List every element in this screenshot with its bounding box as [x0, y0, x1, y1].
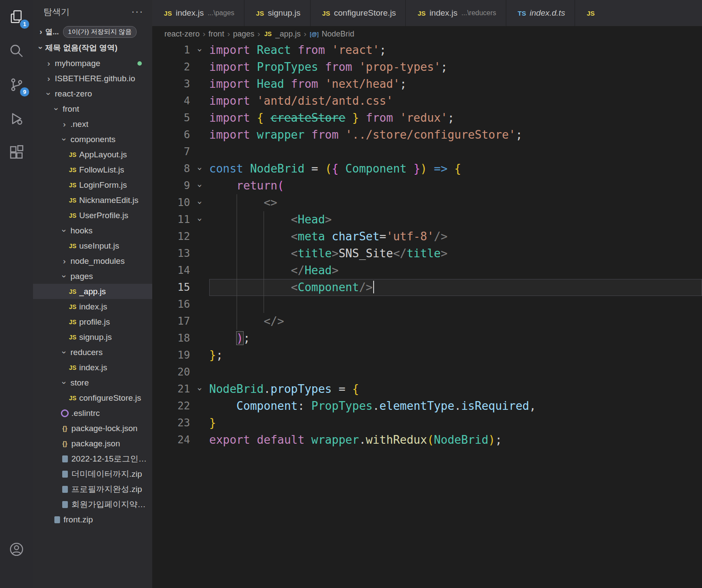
tree-item-myhompage[interactable]: ›myhompage	[33, 56, 152, 71]
token: ;	[495, 433, 502, 446]
fold-chevron-icon[interactable]: ›	[190, 160, 209, 177]
tree-item-LoginForm.js[interactable]: JSLoginForm.js	[33, 177, 152, 193]
indent-guide	[209, 313, 237, 330]
token: <>	[264, 196, 277, 209]
open-editors-section-header[interactable]: › 열... 1이(가) 저장되지 않음	[33, 23, 152, 40]
breadcrumb-item-react-zero[interactable]: react-zero	[163, 30, 201, 39]
tree-item-NicknameEdit.js[interactable]: JSNicknameEdit.js	[33, 193, 152, 208]
code-line-23: 23}	[152, 415, 702, 432]
indent-guide	[209, 228, 237, 245]
activity-item-explorer[interactable]: 1	[0, 0, 33, 34]
tab-configureStore.js[interactable]: JSconfigureStore.js	[311, 0, 406, 26]
tree-item-_app.js[interactable]: JS_app.js	[33, 284, 152, 299]
file-icon	[52, 516, 62, 523]
tree-item-reducers[interactable]: ›reducers	[33, 345, 152, 360]
js-file-icon: JS	[68, 182, 77, 189]
tree-item-node_modules[interactable]: ›node_modules	[33, 253, 152, 269]
fold-gutter	[190, 126, 209, 143]
activity-item-account[interactable]	[0, 532, 33, 566]
line-number: 8	[152, 160, 190, 177]
tab-index.js[interactable]: JSindex.js...\reducers	[406, 0, 506, 26]
activity-item-run-debug[interactable]	[0, 102, 33, 136]
workspace-section-header[interactable]: › 제목 없음(작업 영역)	[33, 40, 152, 56]
tab-index.js[interactable]: JSindex.js...\pages	[152, 0, 244, 26]
more-actions-icon[interactable]: ···	[131, 6, 144, 17]
fold-gutter	[190, 330, 209, 347]
line-number: 10	[152, 194, 190, 211]
breadcrumb-item-NodeBrid[interactable]: [@]NodeBrid	[308, 30, 356, 39]
breadcrumb-item-_app.js[interactable]: JS_app.js	[261, 30, 302, 39]
tree-item-label: package-lock.json	[71, 424, 137, 433]
tree-item-package.json[interactable]: {}package.json	[33, 436, 152, 451]
activity-item-extensions[interactable]	[0, 136, 33, 169]
tree-item-profile.js[interactable]: JSprofile.js	[33, 314, 152, 329]
token: import	[209, 128, 257, 141]
fold-chevron-icon[interactable]: ›	[190, 211, 209, 228]
tree-item-configureStore.js[interactable]: JSconfigureStore.js	[33, 390, 152, 405]
tree-item-.eslintrc[interactable]: .eslintrc	[33, 405, 152, 421]
fold-gutter	[190, 59, 209, 76]
code-area[interactable]: 1›import React from 'react';2import Prop…	[152, 42, 702, 588]
token: import	[209, 77, 257, 90]
line-number: 7	[152, 143, 190, 160]
file-icon	[60, 455, 70, 462]
tree-item-label: useInput.js	[79, 241, 119, 251]
tree-item-UserProfile.js[interactable]: JSUserProfile.js	[33, 208, 152, 223]
indent-guide	[209, 194, 237, 211]
line-number: 6	[152, 126, 190, 143]
breadcrumb-item-pages[interactable]: pages	[231, 30, 256, 39]
tree-item-프로필까지완성.zip[interactable]: 프로필까지완성.zip	[33, 482, 152, 497]
symbol-icon: [@]	[309, 31, 319, 37]
tree-item-package-lock.json[interactable]: {}package-lock.json	[33, 421, 152, 436]
tab-index.d.ts[interactable]: TSindex.d.ts	[506, 0, 575, 26]
tree-item-hooks[interactable]: ›hooks	[33, 223, 152, 238]
tree-item-signup.js[interactable]: JSsignup.js	[33, 329, 152, 345]
tree-item-front[interactable]: ›front	[33, 101, 152, 116]
token: ;	[441, 60, 448, 73]
tree-item-2022-12-15로그인폼...[interactable]: 2022-12-15로그인폼...	[33, 451, 152, 466]
activity-item-search[interactable]	[0, 34, 33, 68]
token: Component	[298, 281, 359, 294]
tree-item-react-zero[interactable]: ›react-zero	[33, 86, 152, 101]
tree-item-store[interactable]: ›store	[33, 375, 152, 390]
code-line-19: 19};	[152, 347, 702, 364]
tab-signup.js[interactable]: JSsignup.js	[244, 0, 311, 26]
line-number: 18	[152, 330, 190, 347]
tree-item-ISBETHERE.github.io[interactable]: ›ISBETHERE.github.io	[33, 71, 152, 86]
line-number: 17	[152, 313, 190, 330]
token: export default	[209, 433, 311, 446]
js-file-icon: JS	[320, 10, 332, 17]
fold-chevron-icon[interactable]: ›	[190, 177, 209, 194]
tab-overflow[interactable]: JS	[575, 0, 702, 26]
line-number: 2	[152, 59, 190, 76]
tree-item-label: _app.js	[79, 287, 106, 296]
fold-chevron-icon[interactable]: ›	[190, 381, 209, 398]
tree-item-더미데이터까지.zip[interactable]: 더미데이터까지.zip	[33, 466, 152, 482]
fold-chevron-icon[interactable]: ›	[190, 42, 209, 59]
tree-item-FollowList.js[interactable]: JSFollowList.js	[33, 162, 152, 177]
fold-chevron-icon[interactable]: ›	[190, 194, 209, 211]
tree-item-.next[interactable]: ›.next	[33, 116, 152, 132]
tree-item-회원가입페이지약관...[interactable]: 회원가입페이지약관...	[33, 497, 152, 512]
tree-item-pages[interactable]: ›pages	[33, 269, 152, 284]
breadcrumb-separator: ›	[256, 29, 261, 39]
tree-item-front.zip[interactable]: front.zip	[33, 512, 152, 527]
code-line-21: 21›NodeBrid.propTypes = {	[152, 381, 702, 398]
tree-item-useInput.js[interactable]: JSuseInput.js	[33, 238, 152, 253]
activity-bar: 1 9	[0, 0, 33, 588]
tree-item-index.js[interactable]: JSindex.js	[33, 299, 152, 314]
tree-item-index.js[interactable]: JSindex.js	[33, 360, 152, 375]
token: {	[455, 162, 461, 175]
tree-item-AppLayout.js[interactable]: JSAppLayout.js	[33, 147, 152, 162]
fold-gutter	[190, 143, 209, 160]
tree-item-label: 2022-12-15로그인폼...	[71, 453, 152, 465]
breadcrumb-item-front[interactable]: front	[207, 30, 226, 39]
code-line-text: export default wrapper.withRedux(NodeBri…	[209, 432, 702, 448]
tree-item-label: react-zero	[55, 89, 92, 99]
tree-item-components[interactable]: ›components	[33, 132, 152, 147]
tab-label: index.d.ts	[530, 8, 565, 18]
tree-item-label: reducers	[70, 348, 103, 357]
token: 'redux'	[400, 111, 448, 124]
fold-gutter	[190, 296, 209, 313]
activity-item-source-control[interactable]: 9	[0, 68, 33, 102]
